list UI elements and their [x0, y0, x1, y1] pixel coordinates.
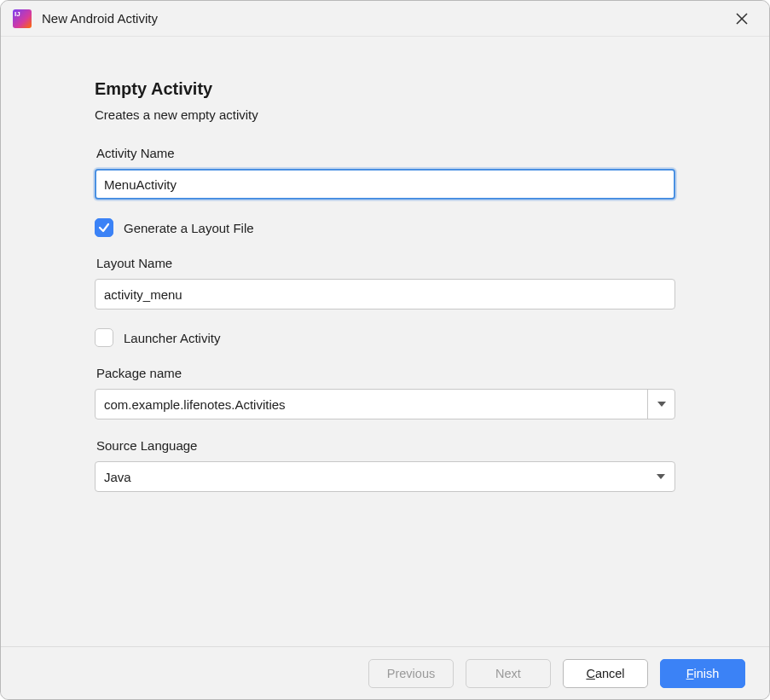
previous-button-label: Previous [387, 667, 435, 680]
dialog-content: Empty Activity Creates a new empty activ… [1, 37, 769, 646]
field-source-language: Source Language Java [95, 438, 675, 492]
generate-layout-label: Generate a Layout File [124, 221, 254, 235]
check-icon [98, 222, 110, 234]
activity-name-label: Activity Name [95, 146, 675, 160]
page-title: Empty Activity [95, 79, 675, 99]
svg-marker-2 [657, 402, 666, 407]
close-icon [736, 13, 748, 25]
field-package-name: Package name com.example.lifenotes.Activ… [95, 366, 675, 419]
activity-name-input[interactable] [95, 169, 675, 200]
next-button: Next [466, 659, 551, 688]
previous-button: Previous [368, 659, 454, 688]
source-language-label: Source Language [95, 438, 675, 453]
field-layout-name: Layout Name [95, 256, 675, 310]
package-name-dropdown-button[interactable] [647, 390, 674, 419]
launcher-activity-row: Launcher Activity [95, 328, 675, 347]
finish-button-label: Finish [686, 667, 720, 680]
cancel-button-label: Cancel [586, 667, 624, 680]
intellij-icon [13, 9, 32, 28]
window-title: New Android Activity [42, 11, 728, 26]
field-activity-name: Activity Name [95, 146, 675, 200]
page-subtitle: Creates a new empty activity [95, 107, 675, 122]
chevron-down-icon [656, 471, 666, 482]
next-button-label: Next [495, 667, 521, 680]
close-button[interactable] [728, 5, 756, 32]
dialog-footer: Previous Next Cancel Finish [1, 646, 769, 699]
launcher-activity-checkbox[interactable] [95, 328, 113, 347]
layout-name-input[interactable] [95, 279, 675, 310]
finish-button[interactable]: Finish [660, 659, 745, 688]
svg-marker-3 [657, 474, 665, 479]
layout-name-label: Layout Name [95, 256, 675, 270]
source-language-combo[interactable]: Java [95, 461, 675, 492]
source-language-arrow [656, 471, 666, 482]
title-bar: New Android Activity [1, 1, 769, 37]
new-activity-dialog: New Android Activity Empty Activity Crea… [0, 0, 770, 700]
source-language-value: Java [104, 470, 656, 484]
chevron-down-icon [657, 399, 667, 409]
package-name-label: Package name [95, 366, 675, 380]
generate-layout-row: Generate a Layout File [95, 218, 675, 237]
launcher-activity-label: Launcher Activity [124, 331, 220, 345]
generate-layout-checkbox[interactable] [95, 218, 113, 237]
package-name-combo[interactable]: com.example.lifenotes.Activities [95, 389, 675, 419]
cancel-button[interactable]: Cancel [563, 659, 648, 688]
package-name-value: com.example.lifenotes.Activities [96, 397, 647, 412]
